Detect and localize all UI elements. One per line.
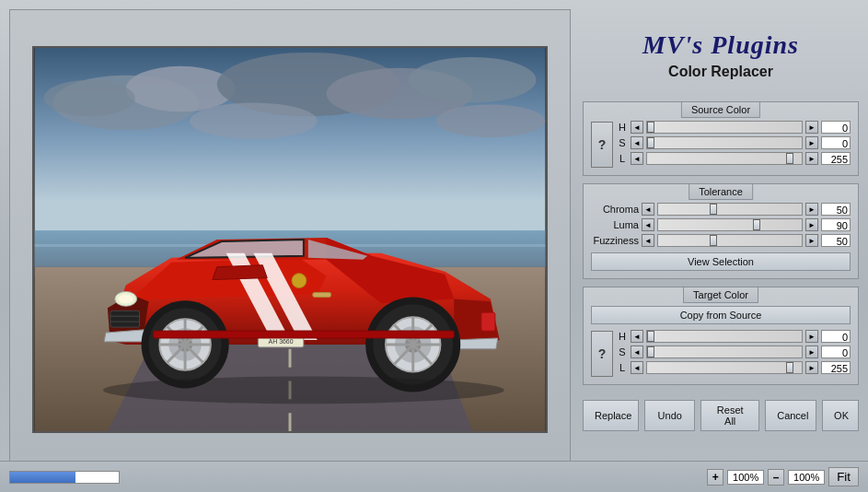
source-h-label: H (617, 122, 628, 133)
ok-button[interactable]: OK (822, 400, 859, 431)
chroma-label: Chroma (591, 204, 639, 215)
tolerance-panel: Tolerance Chroma ◄ ► 50 Luma ◄ (583, 183, 859, 279)
zoom-control: + 100% – 100% Fit (707, 467, 859, 486)
tolerance-title: Tolerance (689, 183, 753, 200)
source-l-slider[interactable] (646, 152, 803, 165)
svg-text:AH 3660: AH 3660 (269, 338, 294, 345)
cancel-button[interactable]: Cancel (765, 400, 816, 431)
tolerance-content: Chroma ◄ ► 50 Luma ◄ ► 90 (591, 203, 851, 271)
source-h-row: H ◄ ► 0 (617, 121, 851, 134)
luma-row: Luma ◄ ► 90 (591, 218, 851, 231)
target-l-slider[interactable] (646, 361, 803, 374)
source-s-right-arrow[interactable]: ► (805, 136, 818, 149)
right-panel: MV's Plugins Color Replacer Source Color… (583, 9, 859, 470)
target-h-left-arrow[interactable]: ◄ (631, 330, 643, 343)
target-s-right-arrow[interactable]: ► (805, 346, 818, 358)
chroma-slider[interactable] (657, 203, 803, 216)
source-color-title: Source Color (681, 101, 760, 118)
target-s-thumb[interactable] (647, 346, 654, 357)
source-l-label: L (617, 153, 628, 164)
target-h-thumb[interactable] (647, 331, 654, 342)
target-h-value: 0 (821, 330, 851, 343)
chroma-row: Chroma ◄ ► 50 (591, 203, 851, 216)
progress-bar-fill (10, 472, 75, 483)
logo-signature: MV's Plugins (642, 30, 799, 60)
zoom-in-button[interactable]: + (707, 469, 723, 486)
left-panel: AH 3660 (9, 9, 571, 470)
target-question-button[interactable]: ? (591, 331, 613, 377)
svg-point-8 (435, 104, 545, 137)
target-color-content: Copy from Source ? H ◄ ► 0 (591, 306, 851, 377)
fuzziness-row: Fuzziness ◄ ► 50 (591, 234, 851, 247)
target-l-thumb[interactable] (786, 362, 793, 373)
source-color-content: ? H ◄ ► 0 S ◄ (591, 121, 851, 168)
target-h-label: H (617, 331, 628, 342)
source-l-thumb[interactable] (786, 153, 793, 164)
luma-left-arrow[interactable]: ◄ (642, 218, 654, 231)
bottom-buttons: Replace Undo Reset All Cancel OK (583, 392, 859, 439)
copy-from-source-button[interactable]: Copy from Source (591, 306, 851, 324)
source-s-slider[interactable] (646, 136, 803, 149)
source-s-left-arrow[interactable]: ◄ (631, 136, 643, 149)
reset-all-button[interactable]: Reset All (700, 400, 759, 431)
fuzziness-left-arrow[interactable]: ◄ (642, 234, 654, 247)
source-h-right-arrow[interactable]: ► (805, 121, 818, 134)
source-s-label: S (617, 137, 628, 148)
target-hsl-group: ? H ◄ ► 0 S ◄ (591, 330, 851, 377)
target-l-left-arrow[interactable]: ◄ (631, 361, 643, 374)
source-color-panel: Source Color ? H ◄ ► 0 (583, 101, 859, 176)
target-hsl-rows: H ◄ ► 0 S ◄ (617, 330, 851, 377)
target-color-panel: Target Color Copy from Source ? H ◄ ► (583, 287, 859, 385)
luma-value: 90 (821, 218, 851, 231)
replace-button[interactable]: Replace (583, 400, 639, 431)
fuzziness-thumb[interactable] (710, 235, 717, 246)
target-h-row: H ◄ ► 0 (617, 330, 851, 343)
svg-point-7 (190, 102, 318, 139)
view-selection-button[interactable]: View Selection (591, 252, 851, 271)
svg-marker-30 (213, 265, 267, 280)
target-color-title: Target Color (683, 287, 758, 303)
source-s-value: 0 (821, 136, 851, 149)
fuzziness-label: Fuzziness (591, 235, 639, 246)
target-h-slider[interactable] (646, 330, 803, 343)
main-container: AH 3660 MV's Plugins Color Replacer Sour… (0, 0, 868, 492)
target-s-value: 0 (821, 346, 851, 358)
source-hsl-rows: H ◄ ► 0 S ◄ (617, 121, 851, 168)
source-h-slider[interactable] (646, 121, 803, 134)
fit-button[interactable]: Fit (828, 467, 859, 486)
source-l-right-arrow[interactable]: ► (805, 152, 818, 165)
svg-point-55 (292, 274, 307, 288)
target-s-left-arrow[interactable]: ◄ (631, 346, 643, 358)
fuzziness-right-arrow[interactable]: ► (805, 234, 818, 247)
source-s-thumb[interactable] (647, 137, 654, 148)
target-l-right-arrow[interactable]: ► (805, 361, 818, 374)
chroma-value: 50 (821, 203, 851, 216)
fuzziness-slider[interactable] (657, 234, 803, 247)
source-s-row: S ◄ ► 0 (617, 136, 851, 149)
chroma-left-arrow[interactable]: ◄ (642, 203, 654, 216)
source-l-left-arrow[interactable]: ◄ (631, 152, 643, 165)
source-l-row: L ◄ ► 255 (617, 152, 851, 165)
svg-rect-24 (110, 310, 140, 327)
luma-slider[interactable] (657, 218, 803, 231)
target-s-label: S (617, 346, 628, 357)
source-question-button[interactable]: ? (591, 122, 613, 168)
target-s-slider[interactable] (646, 346, 803, 358)
svg-rect-56 (153, 331, 454, 338)
svg-rect-32 (481, 312, 495, 331)
source-h-left-arrow[interactable]: ◄ (631, 121, 643, 134)
target-h-right-arrow[interactable]: ► (805, 330, 818, 343)
undo-button[interactable]: Undo (644, 400, 695, 431)
zoom-out-button[interactable]: – (768, 469, 784, 486)
source-h-thumb[interactable] (647, 122, 654, 133)
luma-thumb[interactable] (753, 219, 760, 230)
source-l-value: 255 (821, 152, 851, 165)
svg-point-57 (103, 377, 504, 404)
svg-point-3 (44, 80, 135, 117)
svg-point-28 (119, 294, 133, 303)
chroma-right-arrow[interactable]: ► (805, 203, 818, 216)
bottom-bar: + 100% – 100% Fit (0, 461, 868, 492)
chroma-thumb[interactable] (710, 204, 717, 215)
luma-right-arrow[interactable]: ► (805, 218, 818, 231)
image-frame: AH 3660 (32, 46, 548, 433)
